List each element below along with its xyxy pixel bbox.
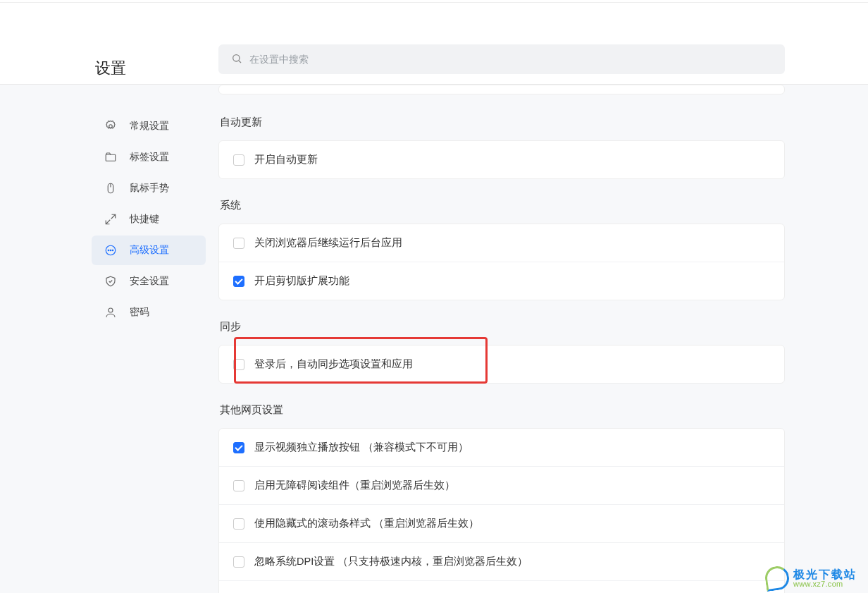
option-label: 开启剪切版扩展功能 [254,274,349,288]
watermark-en: www.xz7.com [793,580,857,588]
option-label: 显示视频独立播放按钮 （兼容模式下不可用） [254,441,469,454]
option-label: 关闭浏览器后继续运行后台应用 [254,236,402,250]
more-icon [104,244,117,257]
sidebar-item-security[interactable]: 安全设置 [92,267,206,296]
section-title-sync: 同步 [218,320,785,334]
svg-point-8 [110,250,111,251]
sidebar-item-label: 常规设置 [130,120,169,133]
checkbox[interactable] [233,518,244,530]
option-row[interactable]: 开启剪切版扩展功能 [219,262,784,300]
sidebar-item-shortcut[interactable]: 快捷键 [92,204,206,234]
svg-line-1 [239,61,241,63]
card-autoupdate: 开启自动更新 [218,140,785,179]
expand-icon [104,213,117,226]
sidebar-item-tabs[interactable]: 标签设置 [92,142,206,172]
option-row[interactable]: 显示视频独立播放按钮 （兼容模式下不可用） [219,429,784,467]
watermark-logo-icon [764,565,790,592]
mouse-icon [104,182,117,195]
option-row[interactable]: 启用无障碍阅读组件（重启浏览器后生效） [219,467,784,505]
option-label: 开启自动更新 [254,153,318,166]
shield-icon [104,275,117,288]
checkbox[interactable] [233,154,244,166]
search-icon [231,53,242,66]
page-title: 设置 [0,3,218,79]
checkbox-checked[interactable] [233,276,244,287]
option-label: 登录后，自动同步选项设置和应用 [254,357,413,371]
section-title-autoupdate: 自动更新 [218,116,785,129]
option-label: 使用隐藏式的滚动条样式 （重启浏览器后生效） [254,517,479,530]
svg-rect-3 [106,154,116,161]
sidebar-item-label: 密码 [130,306,149,319]
watermark: 极光下载站 www.xz7.com [765,566,857,590]
section-title-system: 系统 [218,199,785,212]
gear-icon [104,120,117,133]
card-other: 显示视频独立播放按钮 （兼容模式下不可用） 启用无障碍阅读组件（重启浏览器后生效… [218,428,785,593]
section-title-other: 其他网页设置 [218,403,785,417]
header: 设置 [0,3,868,85]
option-row[interactable]: 关闭浏览器后继续运行后台应用 [219,224,784,262]
card-system: 关闭浏览器后继续运行后台应用 开启剪切版扩展功能 [218,224,785,300]
svg-point-10 [108,308,113,312]
sidebar-item-advanced[interactable]: 高级设置 [92,236,206,265]
svg-point-0 [233,54,240,61]
main-content: 自动更新 开启自动更新 系统 关闭浏览器后继续运行后台应用 开启剪切版扩展功能 … [218,85,868,593]
checkbox[interactable] [233,556,244,568]
sidebar-item-label: 安全设置 [130,275,169,288]
watermark-cn: 极光下载站 [793,569,857,580]
search-input[interactable] [249,54,772,65]
sidebar-item-general[interactable]: 常规设置 [92,111,206,141]
option-label: 忽略系统DPI设置 （只支持极速内核，重启浏览器后生效） [254,555,528,568]
sidebar: 常规设置 标签设置 鼠标手势 快捷键 高级设置 [0,85,218,593]
checkbox[interactable] [233,359,244,370]
person-icon [104,306,117,319]
card-partial [218,85,785,94]
checkbox-checked[interactable] [233,442,244,453]
sidebar-item-label: 快捷键 [130,213,159,226]
sidebar-item-label: 标签设置 [130,151,169,164]
svg-point-7 [108,250,109,251]
option-row[interactable]: 下载PDF文件，而不是在浏览器里自动打开 [219,581,784,593]
option-row[interactable]: 使用隐藏式的滚动条样式 （重启浏览器后生效） [219,505,784,543]
sidebar-item-label: 高级设置 [130,244,169,257]
sidebar-item-password[interactable]: 密码 [92,298,206,327]
svg-point-2 [109,125,113,128]
option-label: 启用无障碍阅读组件（重启浏览器后生效） [254,479,455,492]
checkbox[interactable] [233,480,244,491]
checkbox[interactable] [233,238,244,249]
option-row[interactable]: 登录后，自动同步选项设置和应用 [219,346,784,383]
option-row[interactable]: 开启自动更新 [219,141,784,178]
tab-icon [104,151,117,164]
search-box[interactable] [218,44,785,74]
card-sync: 登录后，自动同步选项设置和应用 [218,345,785,384]
svg-point-9 [112,250,113,251]
option-row[interactable]: 忽略系统DPI设置 （只支持极速内核，重启浏览器后生效） [219,543,784,581]
sidebar-item-label: 鼠标手势 [130,182,169,195]
sidebar-item-gesture[interactable]: 鼠标手势 [92,173,206,203]
